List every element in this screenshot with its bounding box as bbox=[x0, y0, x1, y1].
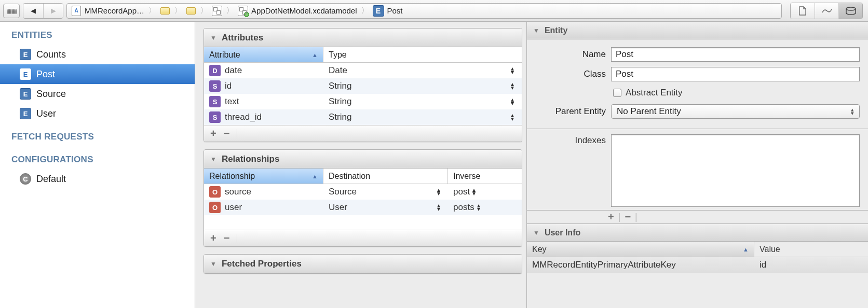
fetch-requests-section-title: FETCH REQUESTS bbox=[0, 123, 195, 146]
chevron-right-icon: 〉 bbox=[199, 6, 209, 16]
attribute-row[interactable]: Stext String bbox=[204, 94, 522, 109]
sort-ascending-icon: ▲ bbox=[312, 173, 318, 179]
separator bbox=[237, 234, 237, 243]
class-label: Class bbox=[535, 69, 606, 79]
inspector: ▼ Entity Name Class Abstract Entity Pare… bbox=[526, 22, 868, 308]
value-column-header[interactable]: Value bbox=[754, 242, 868, 257]
string-type-icon: S bbox=[209, 96, 221, 107]
sidebar-item-counts[interactable]: E Counts bbox=[0, 45, 195, 64]
inverse-stepper[interactable] bbox=[470, 188, 478, 195]
indexes-section: Indexes bbox=[527, 129, 868, 211]
entity-inspector-header[interactable]: ▼ Entity bbox=[527, 22, 868, 39]
editor-area: ▼ Attributes Attribute ▲ Type Ddate Date bbox=[195, 22, 526, 308]
parent-entity-select[interactable]: No Parent Entity ▴▾ bbox=[611, 104, 860, 119]
relationship-row-empty bbox=[204, 215, 522, 230]
entity-badge-icon: E bbox=[20, 88, 31, 100]
type-stepper[interactable] bbox=[508, 114, 517, 121]
attribute-row[interactable]: Sthread_id String bbox=[204, 109, 522, 125]
breadcrumb[interactable]: MMRecordApp… 〉 〉 〉 〉 AppDotNetModel.xcda… bbox=[66, 3, 782, 19]
user-info-key: MMRecordEntityPrimaryAttributeKey bbox=[527, 260, 754, 270]
parent-entity-label: Parent Entity bbox=[535, 106, 606, 117]
back-button[interactable]: ◀ bbox=[23, 4, 43, 18]
relationship-row[interactable]: Ouser User posts bbox=[204, 200, 522, 215]
type-stepper[interactable] bbox=[508, 67, 517, 74]
to-one-icon: O bbox=[209, 186, 221, 198]
disclosure-triangle-icon: ▼ bbox=[210, 34, 216, 41]
user-info-row[interactable]: MMRecordEntityPrimaryAttributeKey id bbox=[527, 257, 868, 273]
sidebar-item-label: Source bbox=[36, 89, 66, 100]
folder-icon bbox=[186, 6, 196, 16]
remove-attribute-button[interactable]: − bbox=[224, 128, 230, 139]
type-column-header[interactable]: Type bbox=[323, 47, 522, 62]
panel-title: Attributes bbox=[222, 33, 263, 43]
attributes-column-header: Attribute ▲ Type bbox=[204, 47, 522, 63]
relationship-row[interactable]: Osource Source post bbox=[204, 184, 522, 200]
destination-column-header[interactable]: Destination bbox=[323, 169, 448, 184]
separator bbox=[237, 129, 237, 138]
date-type-icon: D bbox=[209, 65, 221, 76]
sort-ascending-icon: ▲ bbox=[312, 52, 318, 58]
select-stepper-icon: ▴▾ bbox=[851, 108, 854, 115]
datamodel-icon bbox=[212, 6, 222, 16]
inverse-column-header[interactable]: Inverse bbox=[448, 169, 522, 184]
wave-icon bbox=[822, 8, 832, 14]
relationships-rows: Osource Source post Ouser User posts bbox=[204, 184, 522, 230]
sidebar-item-default-config[interactable]: C Default bbox=[0, 169, 195, 189]
attribute-row[interactable]: Ddate Date bbox=[204, 63, 522, 78]
key-column-header[interactable]: Key ▲ bbox=[527, 242, 754, 257]
data-model-inspector-tab[interactable] bbox=[838, 3, 862, 19]
dest-stepper[interactable] bbox=[435, 204, 443, 211]
attribute-column-header[interactable]: Attribute ▲ bbox=[204, 47, 323, 62]
datamodel-current-icon bbox=[238, 6, 248, 16]
type-stepper[interactable] bbox=[508, 98, 517, 105]
user-info-value: id bbox=[754, 260, 868, 270]
abstract-entity-checkbox[interactable] bbox=[613, 89, 621, 97]
sidebar-item-post[interactable]: E Post bbox=[0, 64, 195, 84]
chevron-right-icon: 〉 bbox=[225, 6, 235, 16]
entity-name-input[interactable] bbox=[611, 47, 860, 62]
user-info-header[interactable]: ▼ User Info bbox=[527, 224, 868, 242]
entity-badge-icon: E bbox=[373, 5, 384, 17]
entity-badge-icon: E bbox=[20, 108, 31, 119]
add-attribute-button[interactable]: + bbox=[210, 128, 216, 139]
related-items-button[interactable]: ▦▦ bbox=[3, 4, 20, 18]
configurations-section-title: CONFIGURATIONS bbox=[0, 146, 195, 169]
dest-stepper[interactable] bbox=[435, 188, 443, 195]
inverse-stepper[interactable] bbox=[474, 204, 483, 211]
document-icon bbox=[798, 6, 807, 16]
indexes-list[interactable] bbox=[611, 134, 860, 207]
sidebar-item-user[interactable]: E User bbox=[0, 104, 195, 123]
project-icon bbox=[71, 6, 82, 16]
configuration-badge-icon: C bbox=[20, 173, 31, 185]
attributes-rows: Ddate Date Sid String Stext String Sthre… bbox=[204, 63, 522, 125]
breadcrumb-project: MMRecordApp… bbox=[85, 6, 144, 15]
folder-icon bbox=[160, 6, 170, 16]
add-index-button[interactable]: + bbox=[608, 211, 614, 223]
fetched-properties-panel-header[interactable]: ▼ Fetched Properties bbox=[204, 255, 522, 273]
forward-button[interactable]: ▶ bbox=[43, 4, 63, 18]
breadcrumb-model: AppDotNetModel.xcdatamodel bbox=[251, 6, 357, 15]
remove-index-button[interactable]: − bbox=[625, 211, 631, 223]
relationships-panel: ▼ Relationships Relationship ▲ Destinati… bbox=[204, 149, 522, 247]
entity-badge-icon: E bbox=[20, 49, 31, 60]
file-inspector-tab[interactable] bbox=[791, 3, 815, 19]
relationships-panel-header[interactable]: ▼ Relationships bbox=[204, 150, 522, 169]
sort-ascending-icon: ▲ bbox=[743, 246, 749, 253]
panel-title: Relationships bbox=[222, 154, 279, 164]
entity-form: Name Class Abstract Entity Parent Entity… bbox=[527, 39, 868, 129]
sidebar-item-label: Default bbox=[36, 174, 66, 185]
attribute-row[interactable]: Sid String bbox=[204, 78, 522, 94]
string-type-icon: S bbox=[209, 111, 221, 123]
inspector-tabs bbox=[790, 3, 863, 19]
attributes-footer: + − bbox=[204, 125, 522, 142]
relationship-column-header[interactable]: Relationship ▲ bbox=[204, 169, 323, 184]
attributes-panel-header[interactable]: ▼ Attributes bbox=[204, 29, 522, 47]
sidebar-item-source[interactable]: E Source bbox=[0, 84, 195, 104]
remove-relationship-button[interactable]: − bbox=[224, 232, 230, 244]
quick-help-tab[interactable] bbox=[815, 3, 838, 19]
add-relationship-button[interactable]: + bbox=[210, 232, 216, 244]
entity-class-input[interactable] bbox=[611, 67, 860, 81]
entity-badge-icon: E bbox=[20, 68, 31, 80]
type-stepper[interactable] bbox=[508, 82, 517, 90]
relationships-column-header: Relationship ▲ Destination Inverse bbox=[204, 169, 522, 184]
